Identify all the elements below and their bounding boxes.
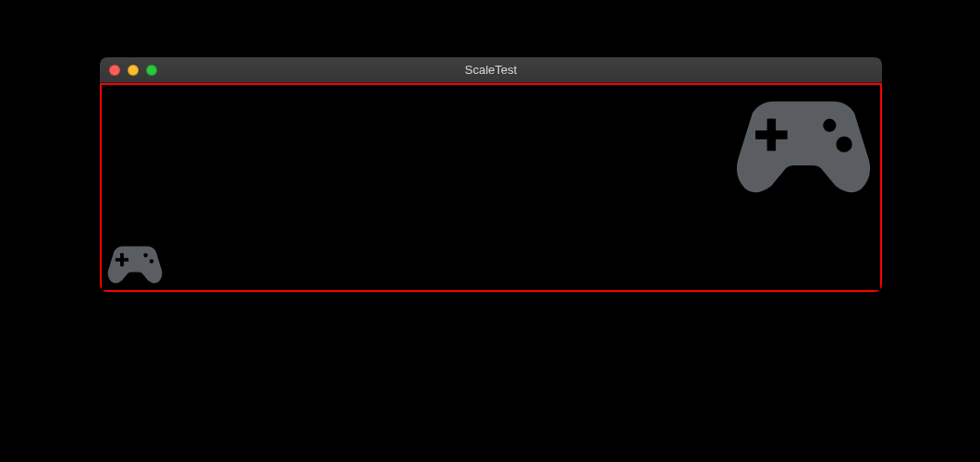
content-area (100, 83, 882, 292)
minimize-button[interactable] (128, 65, 139, 76)
app-window: ScaleTest (100, 57, 882, 292)
maximize-button[interactable] (146, 65, 157, 76)
close-button[interactable] (109, 65, 120, 76)
traffic-lights (100, 65, 157, 76)
window-title: ScaleTest (100, 63, 882, 77)
game-controller-icon-small (105, 240, 165, 288)
titlebar[interactable]: ScaleTest (100, 57, 882, 83)
game-controller-icon-large (730, 87, 876, 200)
